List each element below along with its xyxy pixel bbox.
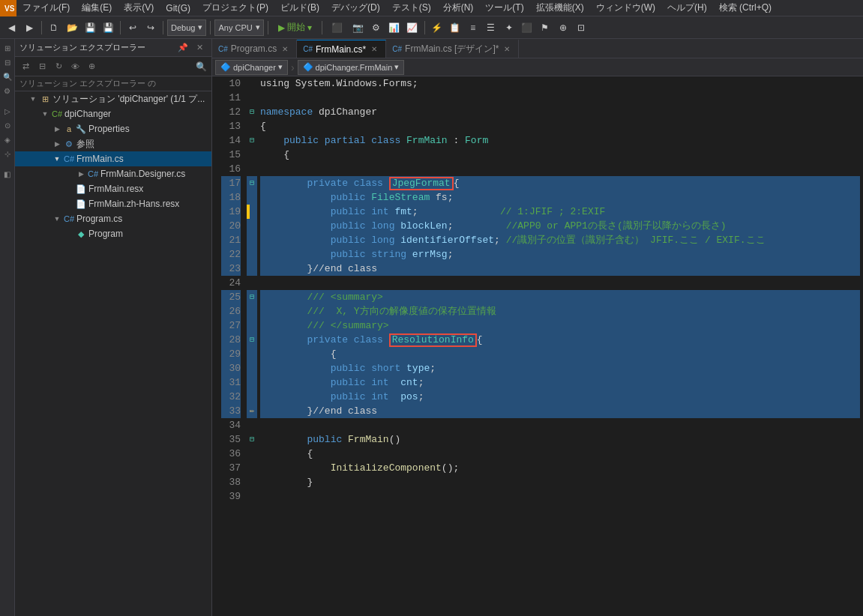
resx-zh-label: FrmMain.zh-Hans.resx	[87, 199, 208, 209]
left-icon-3[interactable]: 🔍	[1, 70, 13, 82]
code-line-14: public partial class FrmMain : Form	[260, 133, 860, 148]
toolbar-undo-btn[interactable]: ↩	[124, 19, 141, 36]
toolbar-btn-extra10[interactable]: ✦	[501, 19, 517, 36]
toolbar-btn-extra9[interactable]: ☰	[483, 19, 499, 36]
tree-item-resx-zh[interactable]: 📄 FrmMain.zh-Hans.resx	[15, 196, 211, 211]
code-editor[interactable]: 1011121314151617181920212223242526272829…	[212, 76, 863, 616]
left-icon-7[interactable]: ◈	[1, 133, 13, 145]
sol-filter-btn[interactable]: ⊕	[84, 59, 99, 74]
line-number-32: 32	[221, 390, 241, 404]
svg-text:VS: VS	[4, 4, 14, 13]
tree-item-properties[interactable]: ▶ a 🔧 Properties	[15, 121, 211, 136]
program-tab-close[interactable]: ✕	[280, 43, 290, 54]
left-icon-4[interactable]: ⚙	[1, 85, 13, 97]
solution-label: ソリューション 'dpiChanger' (1/1 プ...	[51, 93, 208, 106]
left-icon-2[interactable]: ⊟	[1, 56, 13, 68]
toolbar-btn-extra3[interactable]: ⚙	[368, 19, 385, 36]
toolbar-btn-extra8[interactable]: ≡	[465, 19, 481, 36]
tab-frmmain-design[interactable]: C# FrmMain.cs [デザイン]* ✕	[386, 40, 519, 58]
editor-nav-left-chevron: ▾	[278, 62, 283, 72]
tree-item-project[interactable]: ▼ C# dpiChanger	[15, 106, 211, 121]
sol-search-btn[interactable]: 🔍	[193, 59, 208, 74]
left-icon-1[interactable]: ⊞	[1, 42, 13, 54]
sol-show-all-btn[interactable]: 👁	[67, 59, 82, 74]
menu-bar: VS ファイル(F) 編集(E) 表示(V) Git(G) プロジェクト(P) …	[0, 0, 863, 16]
toolbar-btn-extra4[interactable]: 📊	[386, 19, 403, 36]
editor-nav-right[interactable]: 🔷 dpiChanger.FrmMain ▾	[298, 60, 405, 75]
code-line-28: private class ResolutionInfo{	[260, 333, 860, 347]
toolbar-btn-extra13[interactable]: ⊕	[555, 19, 571, 36]
editor-nav-left[interactable]: 🔷 dpiChanger ▾	[215, 60, 288, 75]
tree-item-frmmain[interactable]: ▼ C# FrmMain.cs	[15, 151, 211, 166]
gutter-10	[247, 76, 257, 91]
menu-view[interactable]: 表示(V)	[118, 0, 160, 16]
toolbar-save-btn[interactable]: 💾	[82, 19, 98, 36]
tab-program[interactable]: C# Program.cs ✕	[212, 40, 297, 58]
toolbar-btn-extra6[interactable]: ⚡	[429, 19, 445, 36]
left-icon-6[interactable]: ⊙	[1, 119, 13, 131]
line-numbers: 1011121314151617181920212223242526272829…	[212, 76, 247, 616]
frmmain-design-tab-close[interactable]: ✕	[502, 43, 512, 54]
sol-collapse-btn[interactable]: ⊟	[34, 59, 49, 74]
references-icon: ⚙	[63, 139, 75, 149]
properties-label: Properties	[87, 124, 208, 134]
toolbar-forward-btn[interactable]: ▶	[21, 19, 37, 36]
menu-extensions[interactable]: 拡張機能(X)	[530, 0, 590, 16]
left-icon-9[interactable]: ◧	[1, 168, 13, 180]
gutter-19	[247, 205, 257, 219]
tree-item-designer[interactable]: ▶ C# FrmMain.Designer.cs	[15, 166, 211, 181]
tree-item-resx[interactable]: 📄 FrmMain.resx	[15, 181, 211, 196]
menu-analyze[interactable]: 分析(N)	[437, 0, 480, 16]
toolbar-open-btn[interactable]: 📂	[64, 19, 80, 36]
toolbar-sep-1	[41, 21, 42, 34]
code-line-38: }	[260, 475, 860, 489]
menu-debug[interactable]: デバッグ(D)	[325, 0, 386, 16]
toolbar-back-btn[interactable]: ◀	[3, 19, 19, 36]
left-icon-5[interactable]: ▷	[1, 105, 13, 117]
toolbar-btn-extra5[interactable]: 📈	[404, 19, 421, 36]
sol-sync-btn[interactable]: ⇄	[18, 59, 33, 74]
sol-refresh-btn[interactable]: ↻	[51, 59, 66, 74]
left-icon-8[interactable]: ⊹	[1, 148, 13, 160]
menu-search[interactable]: 検索 (Ctrl+Q)	[713, 0, 778, 16]
toolbar-btn-extra11[interactable]: ⬛	[519, 19, 535, 36]
sol-pin-btn[interactable]: 📌	[175, 40, 190, 55]
code-line-10: using System.Windows.Forms;	[260, 76, 860, 91]
toolbar-btn-extra12[interactable]: ⚑	[537, 19, 553, 36]
menu-file[interactable]: ファイル(F)	[16, 0, 76, 16]
toolbar-saveall-btn[interactable]: 💾	[100, 19, 116, 36]
toolbar-redo-btn[interactable]: ↪	[142, 19, 159, 36]
cpu-dropdown[interactable]: Any CPU ▾	[214, 19, 263, 36]
toolbar-new-btn[interactable]: 🗋	[46, 19, 62, 36]
tab-frmmain-cs[interactable]: C# FrmMain.cs* ✕	[297, 40, 386, 58]
menu-help[interactable]: ヘルプ(H)	[661, 0, 713, 16]
menu-window[interactable]: ウィンドウ(W)	[590, 0, 661, 16]
sol-close-btn[interactable]: ✕	[192, 40, 207, 55]
tree-item-solution[interactable]: ▼ ⊞ ソリューション 'dpiChanger' (1/1 プ...	[15, 91, 211, 106]
menu-build[interactable]: ビルド(B)	[274, 0, 325, 16]
toolbar-btn-extra7[interactable]: 📋	[447, 19, 463, 36]
gutter-13	[247, 119, 257, 133]
menu-edit[interactable]: 編集(E)	[76, 0, 118, 16]
toolbar-btn-extra1[interactable]: ⬛	[326, 19, 349, 36]
run-button[interactable]: ▶ 開始 ▾	[272, 19, 318, 36]
toolbar-btn-extra14[interactable]: ⊡	[573, 19, 589, 36]
debug-config-dropdown[interactable]: Debug ▾	[167, 19, 206, 36]
frmmain-design-tab-icon: C#	[392, 45, 402, 53]
menu-tools[interactable]: ツール(T)	[479, 0, 529, 16]
tree-item-program-class[interactable]: ◆ Program	[15, 226, 211, 241]
tree-item-program[interactable]: ▼ C# Program.cs	[15, 211, 211, 226]
gutter-24	[247, 276, 257, 290]
solution-tree: ▼ ⊞ ソリューション 'dpiChanger' (1/1 プ... ▼ C# …	[15, 91, 211, 616]
line-number-29: 29	[221, 347, 241, 361]
tree-arrow-program: ▼	[51, 215, 63, 223]
frmmain-tab-close[interactable]: ✕	[369, 44, 379, 55]
line-number-35: 35	[221, 432, 241, 447]
gutter-31	[247, 375, 257, 390]
menu-project[interactable]: プロジェクト(P)	[196, 0, 274, 16]
gutter-28: ⊟	[247, 333, 257, 347]
menu-test[interactable]: テスト(S)	[386, 0, 437, 16]
tree-item-references[interactable]: ▶ ⚙ 参照	[15, 136, 211, 151]
menu-git[interactable]: Git(G)	[160, 0, 196, 16]
toolbar-btn-extra2[interactable]: 📷	[350, 19, 367, 36]
